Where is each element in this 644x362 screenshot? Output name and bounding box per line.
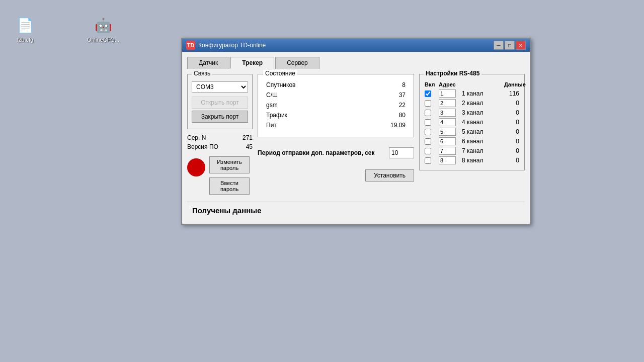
ch4-addr-input[interactable] <box>439 118 456 126</box>
ch2-checkbox[interactable] <box>425 100 431 107</box>
ch6-checkbox[interactable] <box>425 138 431 145</box>
tab-treker[interactable]: Трекер <box>230 57 274 69</box>
gsm-value: 22 <box>399 102 406 109</box>
desktop: 📄 l2b.cfg 🤖 OnlineCFG... TD Конфигуратор… <box>0 0 644 362</box>
period-label: Период отправки доп. параметров, сек <box>258 149 384 156</box>
period-input[interactable] <box>389 147 414 158</box>
gsm-label: gsm <box>266 102 278 109</box>
ch2-data: 0 <box>504 100 519 107</box>
com-select[interactable]: COM1 COM2 COM3 COM4 COM5 <box>192 81 248 93</box>
ch4-checkbox[interactable] <box>425 119 431 126</box>
ch1-addr-input[interactable] <box>439 89 456 98</box>
middle-panel: Состояние Спутников 8 С/Ш 37 gsm 22 <box>258 74 414 197</box>
ch8-data: 0 <box>504 157 519 164</box>
online-app-icon: 🤖 <box>93 15 113 35</box>
status-group-label: Состояние <box>263 70 297 77</box>
ch5-addr-input[interactable] <box>439 128 456 136</box>
rs485-group: Настройки RS-485 Вкл Адрес Данные 1 кана… <box>419 74 525 170</box>
rs485-channel-5: 5 канал 0 <box>424 128 520 136</box>
app-icon: TD <box>186 41 195 50</box>
status-trafik: Трафик 80 <box>263 112 409 119</box>
ch5-data: 0 <box>504 128 519 135</box>
ch3-data: 0 <box>504 109 519 116</box>
rs485-channel-2: 2 канал 0 <box>424 99 520 107</box>
open-port-button[interactable]: Открыть порт <box>192 97 248 109</box>
status-pit: Пит 19.09 <box>263 122 409 129</box>
cfg-icon-label: l2b.cfg <box>17 37 33 43</box>
sputnikov-value: 8 <box>402 81 406 88</box>
rs485-channel-8: 8 канал 0 <box>424 156 520 164</box>
serial-info: Сер. N 271 Версия ПО 45 <box>187 134 253 150</box>
col-name-header <box>462 81 504 87</box>
desktop-icon-online[interactable]: 🤖 OnlineCFG... <box>86 15 121 43</box>
enter-password-button[interactable]: Ввести пароль <box>209 177 250 195</box>
password-buttons: Изменить пароль Ввести пароль <box>209 156 250 197</box>
rs485-panel: Настройки RS-485 Вкл Адрес Данные 1 кана… <box>419 74 525 197</box>
ch5-name: 5 канал <box>462 128 504 135</box>
ch3-addr-input[interactable] <box>439 109 456 117</box>
ssh-label: С/Ш <box>266 92 278 99</box>
col-data-header: Данные <box>504 81 519 87</box>
rs485-channel-3: 3 канал 0 <box>424 109 520 117</box>
tab-bar: Датчик Трекер Сервер <box>187 57 525 69</box>
ch4-name: 4 канал <box>462 119 504 126</box>
titlebar-left: TD Конфигуратор TD-online <box>186 41 266 50</box>
maximize-button[interactable]: □ <box>505 41 515 50</box>
ch8-checkbox[interactable] <box>425 157 431 164</box>
window-body: Датчик Трекер Сервер Связь COM1 COM2 COM… <box>182 52 530 224</box>
period-row: Период отправки доп. параметров, сек <box>258 147 414 158</box>
close-port-button[interactable]: Закрыть порт <box>192 111 248 123</box>
ch1-checkbox[interactable] <box>425 90 431 97</box>
ch1-name: 1 канал <box>462 90 504 97</box>
online-icon-label: OnlineCFG... <box>87 37 119 43</box>
col-vkl-header: Вкл <box>425 81 439 87</box>
trafik-label: Трафик <box>266 112 287 119</box>
minimize-button[interactable]: ─ <box>494 41 504 50</box>
sputnikov-label: Спутников <box>266 81 295 88</box>
bottom-left: Изменить пароль Ввести пароль <box>187 156 253 197</box>
ssh-value: 37 <box>399 92 406 99</box>
rs485-label: Настройки RS-485 <box>424 70 481 77</box>
window-title: Конфигуратор TD-online <box>198 42 266 49</box>
tab-server[interactable]: Сервер <box>275 57 319 69</box>
ch7-checkbox[interactable] <box>425 148 431 154</box>
main-window: TD Конфигуратор TD-online ─ □ ✕ Датчик Т… <box>181 38 531 225</box>
status-gsm: gsm 22 <box>263 102 409 109</box>
ch2-name: 2 канал <box>462 100 504 107</box>
status-bar-text: Получены данные <box>192 206 261 215</box>
window-controls: ─ □ ✕ <box>494 41 526 50</box>
ch7-data: 0 <box>504 147 519 154</box>
ustanovit-button[interactable]: Установить <box>365 169 414 182</box>
ch1-data: 116 <box>504 90 519 97</box>
version-label: Версия ПО <box>187 143 218 150</box>
rs485-channel-4: 4 канал 0 <box>424 118 520 126</box>
version-row: Версия ПО 45 <box>187 143 253 150</box>
svyaz-group: Связь COM1 COM2 COM3 COM4 COM5 Открыть п… <box>187 74 253 129</box>
desktop-icon-cfg[interactable]: 📄 l2b.cfg <box>8 15 43 43</box>
version-value: 45 <box>246 143 253 150</box>
ch3-checkbox[interactable] <box>425 110 431 116</box>
rs485-header: Вкл Адрес Данные <box>424 81 520 87</box>
ch5-checkbox[interactable] <box>425 129 431 135</box>
titlebar: TD Конфигуратор TD-online ─ □ ✕ <box>182 39 530 52</box>
ch2-addr-input[interactable] <box>439 99 456 107</box>
tab-datchik[interactable]: Датчик <box>187 57 229 69</box>
ch6-addr-input[interactable] <box>439 137 456 145</box>
trafik-value: 80 <box>399 112 406 119</box>
ch7-addr-input[interactable] <box>439 147 456 155</box>
ch6-data: 0 <box>504 138 519 145</box>
ch8-name: 8 канал <box>462 157 504 164</box>
pit-value: 19.09 <box>390 122 406 129</box>
cfg-file-icon: 📄 <box>15 15 35 35</box>
pit-label: Пит <box>266 122 277 129</box>
serial-row: Сер. N 271 <box>187 134 253 141</box>
close-button[interactable]: ✕ <box>516 41 526 50</box>
left-panel: Связь COM1 COM2 COM3 COM4 COM5 Открыть п… <box>187 74 253 197</box>
serial-label: Сер. N <box>187 134 206 141</box>
svyaz-label: Связь <box>192 70 212 77</box>
ch6-name: 6 канал <box>462 138 504 145</box>
change-password-button[interactable]: Изменить пароль <box>209 156 250 173</box>
ch3-name: 3 канал <box>462 109 504 116</box>
rs485-channel-6: 6 канал 0 <box>424 137 520 145</box>
ch8-addr-input[interactable] <box>439 156 456 164</box>
